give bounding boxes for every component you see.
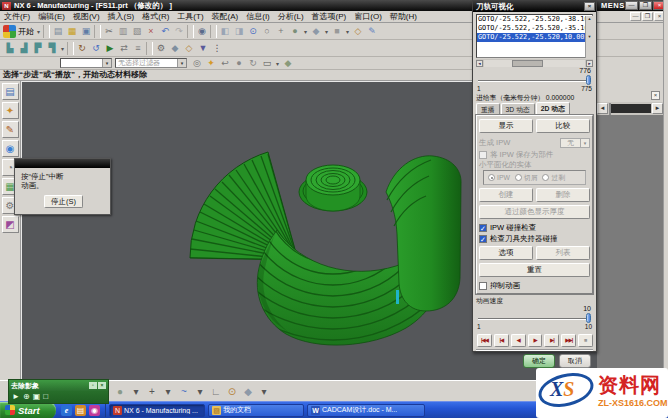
delete-button[interactable]: 删除: [536, 188, 590, 202]
menu-item[interactable]: 帮助(H): [386, 11, 421, 22]
menu-item[interactable]: 窗口(O): [350, 11, 386, 22]
taskbar-task[interactable]: ▨ 我的文档: [208, 404, 304, 417]
create-program-icon[interactable]: ▛: [31, 41, 45, 56]
snapshot-icon[interactable]: ◉: [195, 24, 209, 39]
list-vertical-scrollbar[interactable]: ▲▼: [585, 16, 593, 58]
cancel-button[interactable]: 取消: [559, 354, 591, 368]
radio-icon[interactable]: [515, 174, 522, 181]
operation-navigator-icon[interactable]: ✎: [2, 121, 19, 138]
caret[interactable]: ▾: [274, 56, 281, 71]
replay-toolpath-icon[interactable]: ↺: [89, 41, 103, 56]
select-sphere-icon[interactable]: ●: [232, 56, 246, 71]
radio-option[interactable]: IPW: [488, 174, 510, 181]
radio-option[interactable]: 过剩: [542, 173, 565, 183]
goto-list-row[interactable]: GOTO/-25.522,-25.520,10.003: [477, 33, 585, 42]
radio-option[interactable]: 切屑: [515, 173, 538, 183]
copy-icon[interactable]: ▥: [116, 24, 130, 39]
step-forward-button[interactable]: ▶|: [544, 334, 559, 347]
paste-icon[interactable]: ▧: [130, 24, 144, 39]
generate-ipw-dropdown[interactable]: 无 ▾: [560, 138, 590, 148]
generate-toolpath-icon[interactable]: ↻: [75, 41, 89, 56]
sep[interactable]: [210, 25, 217, 38]
menu-item[interactable]: 工具(T): [173, 11, 207, 22]
create-tool-icon[interactable]: ▟: [17, 41, 31, 56]
save-icon[interactable]: ▣: [79, 24, 93, 39]
highlight-icon[interactable]: ✦: [204, 56, 218, 71]
suppress-animation-checkbox[interactable]: [479, 282, 487, 290]
cut-icon[interactable]: ✂: [102, 24, 116, 39]
reset-filter-icon[interactable]: ◎: [190, 56, 204, 71]
mdi-restore-button[interactable]: ❐: [642, 12, 653, 21]
save-ipw-checkbox[interactable]: [479, 151, 487, 159]
overflow-icon[interactable]: ⋮: [210, 41, 224, 56]
caret[interactable]: ▾: [344, 24, 351, 39]
undo-icon[interactable]: ↶: [158, 24, 172, 39]
thickness-by-color-button[interactable]: 通过颜色显示厚度: [479, 205, 590, 219]
assembly-navigator-icon[interactable]: ✦: [2, 102, 19, 119]
start-app-icon[interactable]: [3, 25, 16, 38]
sep[interactable]: [146, 42, 153, 55]
csys-icon[interactable]: ◇: [351, 24, 365, 39]
capture-region-icon[interactable]: □: [43, 392, 48, 401]
stop-button[interactable]: ■: [578, 334, 593, 347]
background-icon[interactable]: ■: [330, 24, 344, 39]
menu-item[interactable]: 装配(A): [208, 11, 243, 22]
holder-collision-checkbox[interactable]: ✓: [479, 235, 487, 243]
capture-minimize-icon[interactable]: ▫: [89, 382, 97, 389]
step-back-button[interactable]: |◀: [494, 334, 509, 347]
new-file-icon[interactable]: ▤: [51, 24, 65, 39]
capture-zoom-icon[interactable]: ⊕: [23, 392, 30, 401]
tab[interactable]: 重播: [476, 103, 500, 115]
render-style-icon[interactable]: ●: [112, 383, 128, 400]
redo-icon[interactable]: ↷: [172, 24, 186, 39]
goto-list-row[interactable]: GOTO/-25.522,-25.520,-35.161: [477, 24, 585, 33]
verify-toolpath-icon[interactable]: ▶: [103, 41, 117, 56]
slider-thumb[interactable]: [586, 75, 591, 85]
speed-slider[interactable]: [476, 313, 593, 323]
caret[interactable]: ▾: [302, 24, 309, 39]
menu-item[interactable]: 首选项(P): [308, 11, 351, 22]
menu-item[interactable]: 视图(V): [69, 11, 104, 22]
sep[interactable]: [94, 25, 101, 38]
sep[interactable]: [67, 42, 74, 55]
options-button[interactable]: 选项: [479, 246, 533, 260]
menu-item[interactable]: 格式(R): [138, 11, 173, 22]
caret[interactable]: ▾: [323, 24, 330, 39]
type-filter-combo[interactable]: ▾: [60, 58, 112, 68]
scroll-right-icon[interactable]: ►: [652, 103, 663, 114]
tab[interactable]: 3D 动态: [501, 103, 535, 115]
mdi-minimize-button[interactable]: —: [630, 12, 641, 21]
dialog-close-icon[interactable]: ×: [584, 2, 595, 11]
create-operation-icon[interactable]: ▙: [3, 41, 17, 56]
stop-dialog-titlebar[interactable]: [15, 159, 110, 168]
play-forward-button[interactable]: ▶: [528, 334, 543, 347]
delete-icon[interactable]: ×: [144, 24, 158, 39]
list-button[interactable]: 列表: [536, 246, 590, 260]
web-browser-icon[interactable]: ◉: [2, 140, 19, 157]
open-icon[interactable]: ▦: [65, 24, 79, 39]
menu-item[interactable]: 编辑(E): [34, 11, 69, 22]
angle-icon[interactable]: ∟: [208, 383, 224, 400]
go-to-end-button[interactable]: ▶▶|: [561, 334, 576, 347]
scroll-left-icon[interactable]: ◄: [476, 60, 483, 67]
capture-close-icon[interactable]: ×: [98, 382, 106, 389]
part-navigator-icon[interactable]: ▤: [2, 83, 19, 100]
list-horizontal-scrollbar[interactable]: ◄ ►: [476, 59, 593, 67]
menu-item[interactable]: 插入(S): [104, 11, 139, 22]
scrollbar-thumb[interactable]: [512, 60, 542, 67]
menu-item[interactable]: 信息(I): [242, 11, 274, 22]
start-menu-label[interactable]: 开始: [18, 26, 34, 37]
sep[interactable]: [187, 25, 194, 38]
curve-icon[interactable]: ~: [176, 383, 192, 400]
caret[interactable]: ▾: [59, 41, 66, 56]
selection-scope-combo[interactable]: 无选择过滤器 ▾: [115, 58, 187, 68]
window-cascade-icon[interactable]: ◧: [218, 24, 232, 39]
solid-select-icon[interactable]: ◆: [281, 56, 295, 71]
goto-list[interactable]: GOTO/-25.522,-25.520,-38.161GOTO/-25.522…: [476, 14, 593, 58]
create-button[interactable]: 创建: [479, 188, 533, 202]
tab[interactable]: 2D 动态: [536, 102, 570, 115]
restore-button[interactable]: ❐: [639, 1, 652, 10]
reset-button[interactable]: 重置: [479, 263, 590, 277]
scroll-left-icon[interactable]: ◄: [597, 103, 608, 114]
sketch-icon[interactable]: ✎: [365, 24, 379, 39]
